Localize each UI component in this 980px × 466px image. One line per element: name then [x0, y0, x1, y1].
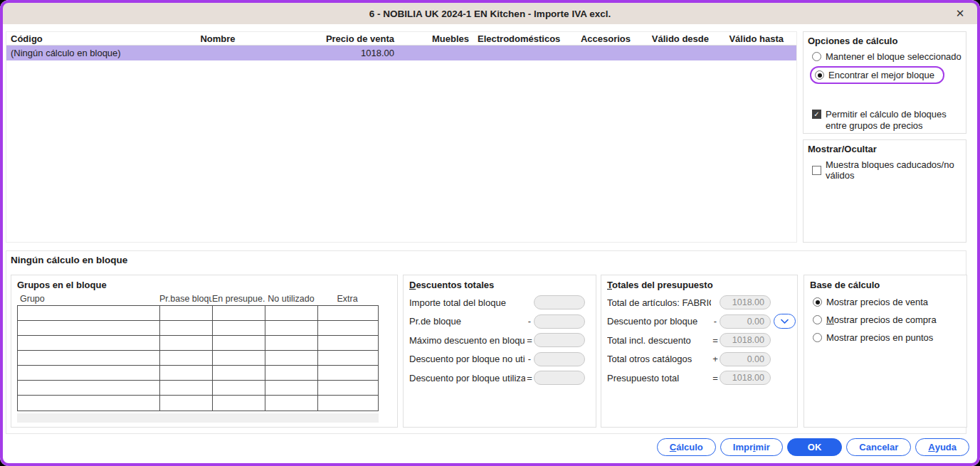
radio-mantener-bloque[interactable]: Mantener el bloque seleccionado — [808, 49, 961, 64]
groups-col-noutil[interactable]: No utilizado — [265, 294, 317, 304]
calc-options-title: Opciones de cálculo — [808, 36, 961, 46]
totals-title: Totales del presupuesto — [601, 275, 797, 290]
checkbox-muestra-label: Muestra bloques caducados/no válidos — [826, 159, 961, 181]
total-incl-descuento-field: 1018.00 — [720, 333, 771, 347]
column-header-accesorios[interactable]: Accesorios — [562, 33, 635, 44]
dialog-title: 6 - NOBILIA UK 2024-1 EN Kitchen - Impor… — [369, 9, 611, 19]
groups-table[interactable] — [17, 305, 379, 411]
column-header-codigo[interactable]: Código — [6, 33, 160, 44]
list-row-selected[interactable]: (Ningún cálculo en bloque) 1018.00 — [6, 46, 796, 60]
close-icon[interactable]: ✕ — [953, 6, 967, 21]
block-list: Código Nombre Precio de venta Muebles El… — [6, 31, 797, 243]
footer-button-bar: Cálculo Imprimir OK Cancelar Ayuda — [657, 438, 969, 456]
imprimir-button[interactable]: Imprimir — [720, 438, 783, 456]
total-otros-catalogos-field: 0.00 — [720, 352, 771, 366]
show-hide-title: Mostrar/Ocultar — [808, 144, 961, 154]
descuento-bloque-field: 0.00 — [720, 314, 771, 329]
groups-in-block-box: Grupos en el bloque Grupo Pr.base bloque… — [11, 275, 398, 428]
discount-row-no-utilizado: Descuento por bloque no utilizado - — [404, 350, 596, 369]
groups-title: Grupos en el bloque — [11, 275, 397, 290]
column-header-nombre[interactable]: Nombre — [160, 33, 275, 44]
radio-precios-compra[interactable]: Mostrar precios de compra — [804, 311, 966, 329]
discount-row-importe-total: Importe total del bloque — [404, 293, 596, 312]
groups-col-enpresup[interactable]: En presupue... — [212, 294, 265, 304]
discounts-title: Descuentos totales — [404, 275, 596, 290]
discount-row-pr-de-bloque: Pr.de bloque - — [404, 312, 596, 332]
totals-row-otros-catalogos: Total otros catálogos + 0.00 — [601, 350, 797, 369]
calc-base-title: Base de cálculo — [804, 275, 966, 290]
checkbox-unchecked-icon — [812, 166, 821, 175]
column-header-electro[interactable]: Electrodomésticos — [473, 33, 562, 44]
radio-precios-venta-label: Mostrar precios de venta — [826, 297, 928, 307]
totals-row-articulos: Total de artículos: FABRICAN... 1018.00 — [601, 293, 797, 312]
check-icon: ✓ — [813, 111, 819, 118]
budget-totals-box: Totales del presupuesto Total de artícul… — [601, 275, 798, 428]
importe-total-field — [534, 295, 585, 309]
descuento-no-utilizado-field — [534, 352, 585, 366]
block-detail-title: Ningún cálculo en bloque — [11, 255, 127, 265]
cancelar-button[interactable]: Cancelar — [846, 438, 911, 456]
descuento-dropdown-button[interactable] — [774, 314, 796, 329]
discount-row-maximo-descuento: Máximo descuento en bloque = — [404, 331, 596, 350]
radio-mantener-label: Mantener el bloque seleccionado — [826, 51, 961, 62]
totals-row-incl-descuento: Total incl. descuento = 1018.00 — [601, 331, 797, 350]
calc-options-panel: Opciones de cálculo Mantener el bloque s… — [803, 31, 966, 134]
focus-highlight-ring: Encontrar el mejor bloque — [810, 66, 944, 84]
checkbox-permitir-label-line2: entre grupos de precios — [808, 120, 961, 131]
radio-encontrar-bloque[interactable]: Encontrar el mejor bloque — [808, 64, 961, 86]
radio-icon — [813, 315, 822, 324]
chevron-down-icon — [780, 319, 789, 324]
checkbox-permitir-calculo[interactable]: ✓ Permitir el cálculo de bloques — [808, 107, 961, 122]
groups-table-header: Grupo Pr.base bloque En presupue... No u… — [17, 294, 397, 304]
groups-table-hscrollbar[interactable] — [17, 413, 379, 423]
pr-de-bloque-field — [534, 314, 585, 329]
groups-col-extra[interactable]: Extra — [317, 294, 377, 304]
show-hide-panel: Mostrar/Ocultar Muestra bloques caducado… — [803, 139, 966, 243]
radio-icon — [812, 52, 821, 61]
total-discounts-box: Descuentos totales Importe total del blo… — [403, 275, 596, 428]
radio-selected-icon — [813, 297, 822, 307]
checkbox-permitir-label-line1: Permitir el cálculo de bloques — [826, 109, 947, 120]
calculo-button[interactable]: Cálculo — [657, 438, 716, 456]
radio-encontrar-label: Encontrar el mejor bloque — [828, 70, 934, 80]
title-bar: 6 - NOBILIA UK 2024-1 EN Kitchen - Impor… — [3, 3, 977, 24]
calc-base-box: Base de cálculo Mostrar precios de venta… — [804, 275, 967, 428]
column-header-valido-desde[interactable]: Válido desde — [635, 33, 713, 44]
ok-button[interactable]: OK — [787, 438, 843, 456]
descuento-utilizado-field — [534, 371, 585, 385]
presupuesto-total-field: 1018.00 — [720, 371, 771, 385]
groups-col-prbase[interactable]: Pr.base bloque — [159, 294, 212, 304]
maximo-descuento-field — [534, 333, 585, 347]
block-detail-section: Ningún cálculo en bloque Grupos en el bl… — [6, 250, 966, 434]
radio-precios-puntos[interactable]: Mostrar precios en puntos — [804, 329, 966, 346]
column-header-precio[interactable]: Precio de venta — [275, 33, 399, 44]
total-articulos-field: 1018.00 — [720, 295, 771, 309]
radio-precios-venta[interactable]: Mostrar precios de venta — [804, 293, 966, 311]
radio-icon — [813, 333, 822, 342]
radio-precios-compra-label: Mostrar precios de compra — [826, 314, 937, 325]
row-codigo: (Ningún cálculo en bloque) — [6, 48, 160, 58]
discount-row-utilizado: Descuento por bloque utilizado = — [404, 369, 596, 388]
checkbox-muestra-caducados[interactable]: Muestra bloques caducados/no válidos — [808, 157, 961, 183]
radio-selected-icon — [815, 70, 824, 80]
column-header-valido-hasta[interactable]: Válido hasta — [713, 33, 788, 44]
groups-col-grupo[interactable]: Grupo — [17, 294, 159, 304]
ayuda-button[interactable]: Ayuda — [915, 438, 969, 456]
totals-row-presupuesto-total: Presupuesto total = 1018.00 — [601, 369, 797, 388]
dialog-window: 6 - NOBILIA UK 2024-1 EN Kitchen - Impor… — [0, 0, 980, 466]
column-header-muebles[interactable]: Muebles — [399, 33, 473, 44]
row-precio-de-venta: 1018.00 — [275, 48, 399, 58]
checkbox-checked-icon: ✓ — [812, 110, 821, 119]
totals-row-descuento-bloque: Descuento por bloque - 0.00 — [601, 312, 797, 332]
block-list-header: Código Nombre Precio de venta Muebles El… — [6, 32, 796, 46]
radio-precios-puntos-label: Mostrar precios en puntos — [826, 332, 933, 343]
